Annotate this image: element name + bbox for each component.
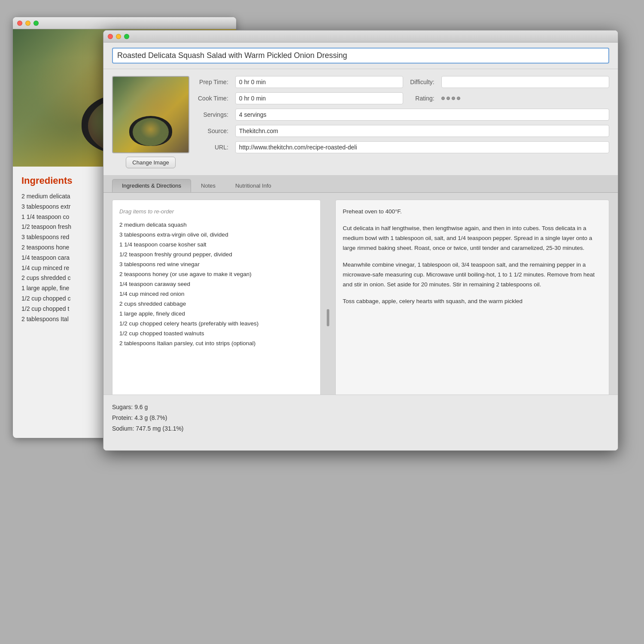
direction-para-4: Toss cabbage, apple, celery hearts with …	[343, 297, 602, 307]
url-input[interactable]	[235, 141, 609, 153]
list-item: 2 medium delicata squash	[119, 220, 313, 230]
ingredients-list: 2 medium delicata squash 3 tablespoons e…	[119, 220, 313, 348]
ingredients-header: Drag items to re-order	[119, 207, 313, 216]
recipe-fields: Prep Time: Difficulty: Cook Time: Rating…	[198, 76, 609, 168]
difficulty-input[interactable]	[441, 76, 609, 88]
maximize-icon[interactable]	[124, 34, 129, 39]
nutrition-protein: Protein: 4.3 g (8.7%)	[112, 413, 609, 423]
rating-label: Rating:	[410, 92, 434, 104]
nutrition-bar: Sugars: 9.6 g Protein: 4.3 g (8.7%) Sodi…	[103, 395, 618, 450]
source-label: Source:	[198, 125, 228, 137]
main-window-titlebar	[103, 30, 618, 43]
prep-time-label: Prep Time:	[198, 76, 228, 88]
tab-ingredients-directions[interactable]: Ingredients & Directions	[112, 179, 191, 192]
list-item: 3 tablespoons extra-virgin olive oil, di…	[119, 230, 313, 240]
maximize-icon[interactable]	[33, 21, 39, 26]
list-item: 2 cups shredded cabbage	[119, 299, 313, 309]
list-item: 1/2 teaspoon freshly ground pepper, divi…	[119, 250, 313, 260]
list-item: 2 tablespoons Italian parsley, cut into …	[119, 339, 313, 349]
rating-dot-1[interactable]	[441, 97, 445, 100]
minimize-icon[interactable]	[116, 34, 121, 39]
list-item: 1/2 cup chopped celery hearts (preferabl…	[119, 319, 313, 329]
nutrition-sugars: Sugars: 9.6 g	[112, 402, 609, 413]
prep-time-input[interactable]	[235, 76, 403, 88]
list-item: 1/4 teaspoon caraway seed	[119, 279, 313, 289]
recipe-thumbnail	[112, 76, 189, 153]
difficulty-label: Difficulty:	[410, 76, 434, 88]
meta-area: Change Image Prep Time: Difficulty: Cook…	[103, 69, 618, 176]
list-item: 1/4 cup minced red onion	[119, 289, 313, 299]
list-item: 2 teaspoons honey (or use agave to make …	[119, 270, 313, 279]
rating-dot-3[interactable]	[452, 97, 455, 100]
servings-input[interactable]	[235, 109, 609, 121]
tab-nutritional-info[interactable]: Nutritional Info	[225, 179, 281, 192]
servings-label: Servings:	[198, 109, 228, 121]
list-item: 1 large apple, finely diced	[119, 309, 313, 319]
bg-window-titlebar	[13, 17, 236, 29]
nutrition-sodium: Sodium: 747.5 mg (31.1%)	[112, 423, 609, 434]
list-item: 3 tablespoons red wine vinegar	[119, 260, 313, 270]
nutrition-items: Sugars: 9.6 g Protein: 4.3 g (8.7%) Sodi…	[112, 402, 609, 434]
change-image-button[interactable]: Change Image	[126, 157, 175, 168]
tab-notes[interactable]: Notes	[191, 179, 225, 192]
direction-para-2: Cut delicata in half lengthwise, then le…	[343, 224, 602, 253]
rating-dot-2[interactable]	[447, 97, 450, 100]
tabs-bar: Ingredients & Directions Notes Nutrition…	[103, 176, 618, 193]
direction-para-1: Preheat oven to 400°F.	[343, 207, 602, 217]
source-input[interactable]	[235, 125, 609, 137]
list-item: 1 1/4 teaspoon coarse kosher salt	[119, 240, 313, 250]
cook-time-label: Cook Time:	[198, 92, 228, 104]
direction-para-3: Meanwhile combine vinegar, 1 tablespoon …	[343, 260, 602, 290]
rating-dot-4[interactable]	[457, 97, 460, 100]
recipe-title-bar	[103, 43, 618, 69]
rating-dots[interactable]	[441, 92, 609, 104]
recipe-thumb-area: Change Image	[112, 76, 189, 168]
close-icon[interactable]	[108, 34, 113, 39]
scroll-indicator	[327, 309, 329, 326]
url-label: URL:	[198, 141, 228, 153]
thumb-bowl-decoration	[129, 116, 172, 146]
cook-time-input[interactable]	[235, 92, 403, 104]
list-item: 1/2 cup chopped toasted walnuts	[119, 329, 313, 339]
main-window: Change Image Prep Time: Difficulty: Cook…	[103, 30, 618, 451]
close-icon[interactable]	[17, 21, 22, 26]
recipe-title-input[interactable]	[112, 48, 609, 64]
minimize-icon[interactable]	[25, 21, 30, 26]
